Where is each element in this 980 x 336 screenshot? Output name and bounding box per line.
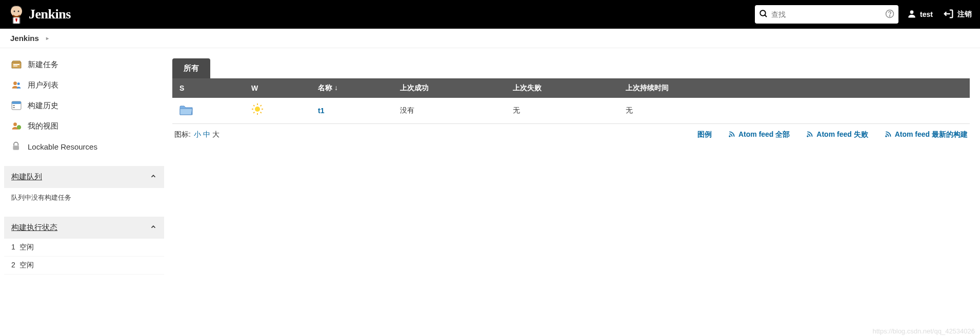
sidebar-build-history[interactable]: 构建历史 bbox=[4, 95, 164, 116]
tab-all[interactable]: 所有 bbox=[172, 58, 210, 78]
svg-point-9 bbox=[910, 10, 914, 14]
svg-point-8 bbox=[889, 15, 890, 16]
sidebar-item-label: 新建任务 bbox=[28, 60, 58, 70]
col-last-duration[interactable]: 上次持续时间 bbox=[618, 78, 970, 98]
svg-point-18 bbox=[13, 122, 17, 126]
view-tabs: 所有 bbox=[172, 58, 970, 78]
my-views-icon bbox=[11, 121, 22, 131]
search-icon bbox=[759, 9, 768, 20]
svg-point-31 bbox=[807, 136, 808, 137]
svg-point-13 bbox=[17, 82, 20, 85]
sidebar-item-label: Lockable Resources bbox=[28, 142, 97, 151]
jenkins-mascot-icon bbox=[8, 4, 25, 25]
col-last-failure[interactable]: 上次失败 bbox=[506, 78, 618, 98]
build-executor-header[interactable]: 构建执行状态 bbox=[4, 217, 164, 239]
rss-icon bbox=[728, 131, 735, 139]
build-executor-title: 构建执行状态 bbox=[11, 223, 57, 233]
chevron-down-icon bbox=[150, 223, 157, 232]
lock-icon bbox=[11, 141, 22, 152]
chevron-down-icon bbox=[150, 173, 157, 181]
col-weather[interactable]: W bbox=[244, 78, 311, 98]
svg-line-27 bbox=[261, 112, 262, 113]
person-icon bbox=[907, 9, 917, 20]
last-failure-value: 无 bbox=[513, 106, 520, 114]
build-queue-empty-text: 队列中没有构建任务 bbox=[4, 188, 164, 207]
sun-icon[interactable] bbox=[251, 105, 264, 118]
table-footer: 图标: 小 中 大 图例 Atom feed 全部 Atom feed 失败 bbox=[172, 124, 970, 145]
sidebar-item-label: 我的视图 bbox=[28, 121, 58, 131]
col-last-success[interactable]: 上次成功 bbox=[393, 78, 506, 98]
last-success-value: 没有 bbox=[400, 106, 414, 114]
svg-point-0 bbox=[11, 6, 22, 17]
svg-point-30 bbox=[729, 136, 730, 137]
new-item-icon bbox=[11, 59, 22, 70]
svg-rect-17 bbox=[13, 107, 15, 108]
sidebar-my-views[interactable]: 我的视图 bbox=[4, 116, 164, 136]
col-name[interactable]: 名称 ↓ bbox=[311, 78, 393, 98]
job-table: S W 名称 ↓ 上次成功 上次失败 上次持续时间 bbox=[172, 78, 970, 124]
svg-rect-20 bbox=[13, 145, 19, 150]
executor-state: 空闲 bbox=[19, 243, 34, 251]
user-link[interactable]: test bbox=[907, 9, 933, 20]
job-name-link[interactable]: t1 bbox=[318, 107, 324, 115]
logout-link[interactable]: 注销 bbox=[943, 8, 972, 21]
atom-fail-link[interactable]: Atom feed 失败 bbox=[806, 130, 868, 139]
svg-point-12 bbox=[13, 81, 17, 85]
svg-rect-16 bbox=[13, 105, 15, 106]
sidebar-item-label: 用户列表 bbox=[28, 80, 58, 90]
svg-point-32 bbox=[886, 136, 887, 137]
svg-line-26 bbox=[253, 105, 254, 106]
logout-icon bbox=[943, 8, 954, 21]
executor-num: 1 bbox=[11, 243, 15, 251]
svg-point-19 bbox=[17, 125, 21, 129]
svg-point-1 bbox=[14, 11, 15, 12]
svg-point-21 bbox=[255, 107, 260, 112]
users-icon bbox=[11, 80, 22, 90]
build-queue-title: 构建队列 bbox=[11, 172, 42, 182]
svg-rect-11 bbox=[13, 66, 17, 67]
jenkins-logo[interactable]: Jenkins bbox=[8, 4, 71, 25]
sidebar-item-label: 构建历史 bbox=[28, 101, 58, 111]
breadcrumb-sep: ▸ bbox=[46, 35, 49, 41]
atom-latest-text: Atom feed 最新的构建 bbox=[895, 130, 968, 139]
main-content: 所有 S W 名称 ↓ 上次成功 上次失败 上次持续时间 bbox=[164, 48, 980, 275]
table-row: t1 没有 无 无 bbox=[172, 98, 970, 124]
build-executor-panel: 构建执行状态 1 空闲 2 空闲 bbox=[4, 217, 164, 275]
last-duration-value: 无 bbox=[626, 106, 633, 114]
build-queue-header[interactable]: 构建队列 bbox=[4, 166, 164, 188]
folder-icon[interactable] bbox=[179, 109, 193, 117]
executor-row[interactable]: 2 空闲 bbox=[4, 257, 164, 275]
svg-line-29 bbox=[261, 105, 262, 106]
icon-size-small[interactable]: 小 bbox=[194, 130, 201, 139]
sidebar-new-item[interactable]: 新建任务 bbox=[4, 54, 164, 75]
breadcrumb-item-jenkins[interactable]: Jenkins bbox=[10, 34, 39, 43]
history-icon bbox=[11, 100, 22, 111]
username-text: test bbox=[920, 10, 933, 18]
help-icon[interactable] bbox=[885, 9, 894, 20]
atom-fail-text: Atom feed 失败 bbox=[816, 130, 868, 139]
atom-all-text: Atom feed 全部 bbox=[738, 130, 790, 139]
sidebar-lockable-resources[interactable]: Lockable Resources bbox=[4, 136, 164, 157]
icon-size-medium[interactable]: 中 bbox=[203, 130, 210, 139]
breadcrumb: Jenkins ▸ bbox=[0, 29, 980, 48]
atom-latest-link[interactable]: Atom feed 最新的构建 bbox=[885, 130, 968, 139]
logout-text: 注销 bbox=[957, 10, 972, 19]
sidebar: 新建任务 用户列表 构建历史 我的视图 Lockable Resources bbox=[0, 48, 164, 275]
svg-rect-10 bbox=[13, 64, 19, 65]
svg-line-28 bbox=[253, 112, 254, 113]
svg-point-2 bbox=[18, 11, 19, 12]
atom-all-link[interactable]: Atom feed 全部 bbox=[728, 130, 790, 139]
search-input[interactable] bbox=[768, 10, 885, 18]
legend-text: 图例 bbox=[697, 130, 712, 139]
col-status[interactable]: S bbox=[172, 78, 244, 98]
legend-link[interactable]: 图例 bbox=[697, 130, 712, 139]
sidebar-users[interactable]: 用户列表 bbox=[4, 75, 164, 95]
executor-row[interactable]: 1 空闲 bbox=[4, 239, 164, 257]
search-box[interactable] bbox=[755, 5, 898, 24]
executor-num: 2 bbox=[11, 261, 15, 269]
svg-rect-15 bbox=[12, 101, 21, 104]
icon-size-label: 图标: bbox=[174, 130, 191, 139]
svg-point-5 bbox=[760, 10, 766, 16]
build-queue-panel: 构建队列 队列中没有构建任务 bbox=[4, 166, 164, 207]
executor-state: 空闲 bbox=[19, 261, 34, 269]
